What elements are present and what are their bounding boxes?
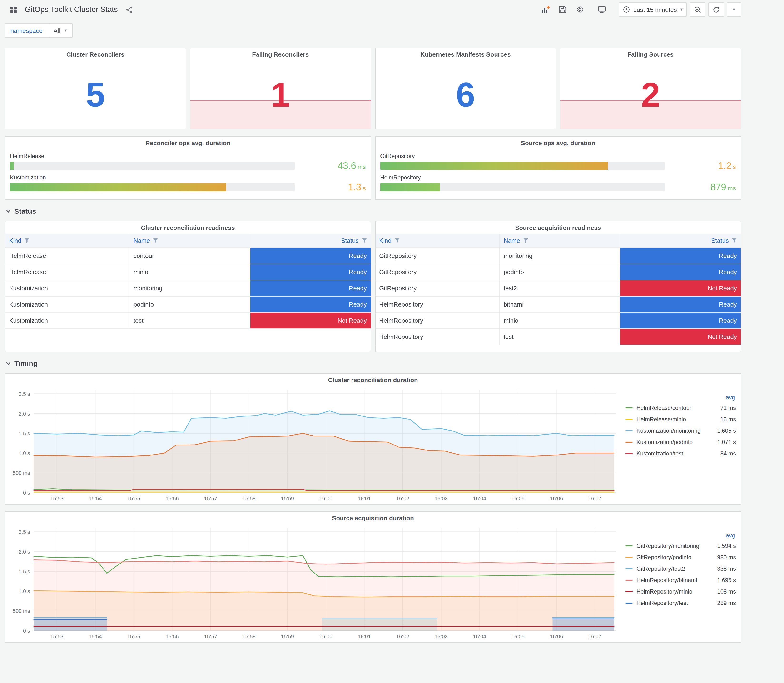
column-header-status[interactable]: Status	[250, 234, 370, 247]
svg-text:16:06: 16:06	[550, 633, 563, 640]
legend-item[interactable]: GitRepository/monitoring1.594 s	[625, 540, 736, 552]
column-header-kind[interactable]: Kind	[375, 234, 500, 247]
timeseries-svg: 15:5315:5415:5515:5615:5715:5815:5916:00…	[7, 524, 621, 641]
legend-item[interactable]: GitRepository/podinfo980 ms	[625, 552, 736, 563]
table-row: GitRepositorytest2Not Ready	[375, 280, 741, 296]
refresh-button[interactable]	[708, 2, 724, 17]
svg-text:15:54: 15:54	[89, 495, 102, 502]
legend-item[interactable]: Kustomization/test84 ms	[625, 448, 736, 459]
dashboard-settings-gear-icon[interactable]	[573, 2, 587, 17]
legend-item[interactable]: HelmRepository/test289 ms	[625, 597, 736, 609]
status-badge: Ready	[620, 296, 741, 312]
panel-title[interactable]: Failing Reconcilers	[191, 48, 371, 61]
series-color-dash	[625, 419, 633, 420]
svg-text:0 s: 0 s	[23, 490, 30, 496]
cell-kind: Kustomization	[5, 312, 130, 329]
cell-name: podinfo	[500, 264, 620, 280]
series-avg-value: 338 ms	[717, 566, 736, 572]
column-header-name[interactable]: Name	[500, 234, 620, 247]
chevron-down-icon	[6, 209, 11, 213]
column-header-name[interactable]: Name	[130, 234, 250, 247]
legend-item[interactable]: Kustomization/monitoring1.605 s	[625, 425, 736, 436]
legend-item[interactable]: HelmRelease/minio16 ms	[625, 414, 736, 425]
panel-title[interactable]: Kubernetes Manifests Sources	[375, 48, 556, 61]
svg-text:1.0 s: 1.0 s	[19, 450, 30, 456]
svg-text:2.0 s: 2.0 s	[19, 549, 30, 555]
table-row: HelmRepositorytestNot Ready	[375, 329, 741, 345]
legend-item[interactable]: HelmRepository/bitnami1.695 s	[625, 574, 736, 586]
series-name: Kustomization/podinfo	[636, 439, 713, 446]
legend-item[interactable]: GitRepository/test2338 ms	[625, 563, 736, 574]
bargauge-track	[10, 183, 294, 191]
status-badge: Ready	[620, 313, 741, 328]
legend-item[interactable]: Kustomization/podinfo1.071 s	[625, 436, 736, 448]
status-badge: Ready	[620, 264, 741, 280]
filter-funnel-icon	[394, 238, 399, 243]
timeseries-plot[interactable]: 15:5315:5415:5515:5615:5715:5815:5916:00…	[7, 386, 621, 503]
zoom-out-button[interactable]	[690, 2, 705, 17]
chart-legend: avgHelmRelease/contour71 msHelmRelease/m…	[621, 386, 739, 503]
bargauge-panel-reconciler-ops: Reconciler ops avg. duration HelmRelease…	[5, 136, 371, 200]
panel-title[interactable]: Failing Sources	[561, 48, 741, 61]
panel-title[interactable]: Source ops avg. duration	[375, 136, 741, 149]
share-icon[interactable]	[123, 2, 136, 17]
time-range-picker[interactable]: Last 15 minutes ▾	[619, 2, 687, 17]
column-header-status[interactable]: Status	[620, 234, 741, 247]
table-row: GitRepositorymonitoringReady	[375, 247, 741, 264]
panel-title[interactable]: Cluster reconciliation duration	[5, 374, 741, 386]
bargauge-track	[380, 183, 665, 191]
save-dashboard-button[interactable]	[556, 2, 569, 17]
column-header-kind[interactable]: Kind	[5, 234, 130, 247]
svg-text:16:00: 16:00	[319, 495, 332, 502]
series-color-dash	[625, 591, 633, 592]
legend-item[interactable]: HelmRepository/minio108 ms	[625, 586, 736, 597]
variable-label[interactable]: namespace	[5, 23, 48, 38]
stat-panel-manifests-sources: Kubernetes Manifests Sources 6	[375, 48, 556, 130]
svg-text:2.5 s: 2.5 s	[19, 391, 30, 397]
chevron-down-icon	[6, 361, 11, 365]
refresh-interval-dropdown[interactable]: ▾	[727, 2, 741, 17]
cell-kind: HelmRepository	[375, 329, 500, 345]
cell-kind: GitRepository	[375, 280, 500, 296]
dashboards-grid-icon[interactable]	[6, 2, 20, 17]
panel-title[interactable]: Cluster reconciliation readiness	[5, 221, 370, 234]
row-header-status[interactable]: Status	[6, 204, 741, 218]
cell-kind: GitRepository	[375, 247, 500, 264]
svg-text:15:58: 15:58	[242, 633, 256, 640]
svg-text:16:03: 16:03	[434, 633, 448, 640]
cell-name: contour	[130, 247, 250, 264]
variable-value-dropdown[interactable]: All ▾	[48, 23, 72, 38]
series-avg-value: 1.071 s	[717, 439, 736, 446]
series-avg-value: 980 ms	[717, 554, 736, 561]
chevron-down-icon: ▾	[64, 28, 67, 33]
bargauge-row: Kustomization 1.3s	[10, 174, 366, 192]
row-header-timing[interactable]: Timing	[6, 356, 741, 370]
panel-title[interactable]: Source acquisition readiness	[375, 221, 741, 234]
panel-title[interactable]: Reconciler ops avg. duration	[5, 136, 370, 149]
svg-text:16:00: 16:00	[319, 633, 332, 640]
series-color-dash	[625, 545, 633, 547]
cell-name: bitnami	[500, 296, 620, 312]
svg-text:16:04: 16:04	[473, 633, 486, 640]
series-name: HelmRepository/minio	[636, 588, 713, 595]
panel-title[interactable]: Cluster Reconcilers	[5, 48, 186, 61]
timeseries-plot[interactable]: 15:5315:5415:5515:5615:5715:5815:5916:00…	[7, 524, 621, 641]
series-color-dash	[625, 442, 633, 443]
dashboard-grid: Cluster Reconcilers 5 Failing Reconciler…	[0, 42, 784, 643]
add-panel-button[interactable]	[539, 2, 552, 17]
timeseries-svg: 15:5315:5415:5515:5615:5715:5815:5916:00…	[7, 386, 621, 503]
stat-panel-failing-sources: Failing Sources 2	[560, 48, 741, 130]
series-color-dash	[625, 557, 633, 558]
panel-title[interactable]: Source acquisition duration	[5, 511, 741, 524]
cell-name: minio	[130, 264, 250, 280]
svg-text:2.5 s: 2.5 s	[19, 529, 30, 535]
legend-avg-header: avg	[625, 531, 736, 540]
bargauge-row: HelmRepository 879ms	[380, 174, 736, 192]
status-badge: Not Ready	[620, 280, 741, 296]
legend-item[interactable]: HelmRelease/contour71 ms	[625, 402, 736, 414]
filter-funnel-icon	[153, 238, 158, 243]
svg-text:15:59: 15:59	[281, 495, 294, 502]
svg-text:15:59: 15:59	[281, 633, 294, 640]
cycle-view-mode-monitor-icon[interactable]	[595, 2, 608, 17]
svg-text:15:56: 15:56	[166, 633, 179, 640]
